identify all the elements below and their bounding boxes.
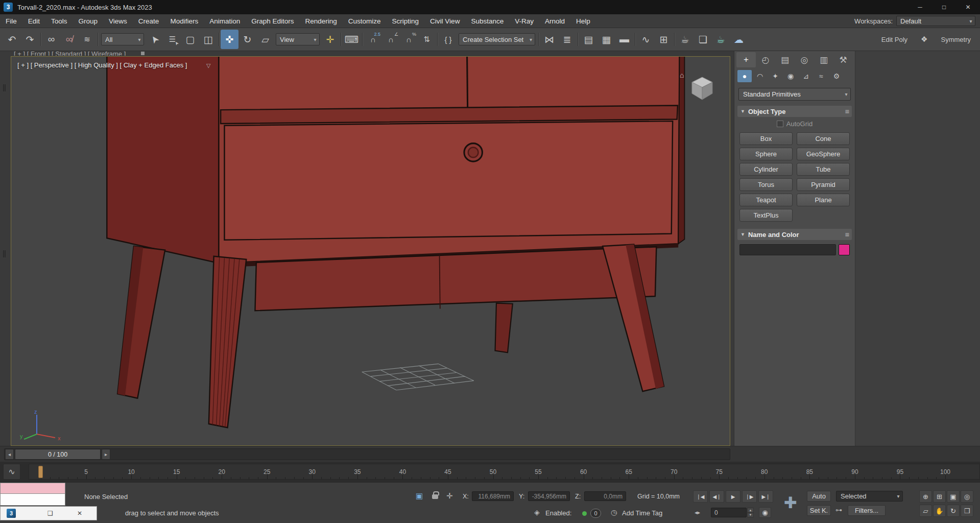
snap-toggle-button[interactable]: ∩2.5: [364, 30, 382, 49]
menu-animation[interactable]: Animation: [204, 14, 246, 28]
menu-help[interactable]: Help: [570, 14, 596, 28]
sphere-button[interactable]: Sphere: [739, 148, 793, 160]
previous-key-button[interactable]: ◀❘: [709, 490, 724, 503]
tab-motion[interactable]: ◎: [795, 52, 814, 67]
menu-group[interactable]: Group: [73, 14, 104, 28]
named-selection-sets-icon[interactable]: { }: [439, 30, 457, 49]
menu-substance[interactable]: Substance: [465, 14, 509, 28]
tab-create[interactable]: +: [736, 52, 756, 67]
selection-region-button[interactable]: ▢: [181, 30, 199, 49]
menu-views[interactable]: Views: [103, 14, 133, 28]
angle-snap-button[interactable]: ∩∠: [382, 30, 400, 49]
dock-grip[interactable]: [3, 84, 6, 91]
keyboard-override-button[interactable]: ⌨: [343, 30, 361, 49]
filter-icon[interactable]: ▽: [206, 62, 210, 69]
align-button[interactable]: ≣: [558, 30, 576, 49]
time-slider-track[interactable]: [4, 448, 730, 460]
mirror-button[interactable]: ⋈: [540, 30, 558, 49]
timeline-ruler[interactable]: [29, 464, 980, 480]
zoom-button[interactable]: ⊕: [919, 490, 932, 503]
viewcube[interactable]: ⌂: [680, 71, 721, 104]
frame-spinner[interactable]: ▲▼: [747, 508, 754, 517]
selection-set-dropdown[interactable]: Create Selection Set ▾: [459, 33, 535, 45]
render-cloud-button[interactable]: ☁: [730, 30, 748, 49]
key-mode-dropdown[interactable]: Selected ▾: [836, 491, 903, 502]
perspective-viewport[interactable]: [ + ] [ Perspective ] [ High Quality ] […: [11, 56, 730, 446]
redo-icon[interactable]: ↷: [21, 30, 39, 49]
maxscript-mini-listener[interactable]: [0, 494, 65, 506]
curve-editor-button[interactable]: ∿: [637, 30, 655, 49]
select-link-icon[interactable]: ∞: [42, 30, 60, 49]
select-move-button[interactable]: ✜: [221, 30, 238, 49]
rollout-handle-icon[interactable]: ▦: [845, 109, 849, 114]
tab-utilities[interactable]: ⚒: [833, 52, 853, 67]
z-coordinate-field[interactable]: 0,0mm: [584, 491, 626, 501]
x-coordinate-field[interactable]: 116,689mm: [472, 491, 514, 501]
select-rotate-button[interactable]: ↻: [238, 30, 256, 49]
cone-button[interactable]: Cone: [797, 132, 850, 145]
key-filters-button[interactable]: Filters...: [848, 505, 886, 516]
script-safety-icon[interactable]: ◈: [534, 508, 540, 516]
maxscript-mini-listener-macro[interactable]: [0, 483, 65, 494]
go-to-end-button[interactable]: ▶❘: [758, 490, 773, 503]
restore-window-icon[interactable]: ❑: [47, 510, 53, 517]
window-crossing-button[interactable]: ◫: [199, 30, 217, 49]
workspace-dropdown[interactable]: Default ▾: [896, 16, 975, 26]
viewcube-home-icon[interactable]: ⌂: [680, 71, 684, 79]
add-time-tag[interactable]: Add Time Tag: [622, 509, 662, 517]
tab-modify[interactable]: ◴: [756, 52, 775, 67]
reference-coordinate-dropdown[interactable]: View ▾: [276, 33, 320, 45]
transform-gizmo-icon[interactable]: ✛: [446, 491, 453, 501]
select-scale-button[interactable]: ▱: [256, 30, 274, 49]
viewcube-cube[interactable]: [686, 72, 720, 103]
pan-view-button[interactable]: ✋: [933, 505, 946, 517]
select-object-button[interactable]: ➤: [146, 30, 163, 49]
category-shapes-icon[interactable]: ◠: [753, 70, 767, 82]
menu-scripting[interactable]: Scripting: [387, 14, 425, 28]
modeling-icon[interactable]: ❖: [921, 30, 927, 49]
set-key-button[interactable]: Set K.: [807, 505, 831, 516]
category-helpers-icon[interactable]: ⊿: [799, 70, 813, 82]
menu-edit[interactable]: Edit: [22, 14, 45, 28]
frame-step-icons[interactable]: ◂▸: [695, 509, 700, 516]
menu-civil-view[interactable]: Civil View: [424, 14, 465, 28]
ribbon-toggle-button[interactable]: ▬: [615, 30, 633, 49]
pin-icon[interactable]: [141, 52, 145, 55]
category-systems-icon[interactable]: ⚙: [829, 70, 844, 82]
layer-explorer-button[interactable]: ▦: [597, 30, 615, 49]
rendered-frame-button[interactable]: ❏: [694, 30, 712, 49]
close-button[interactable]: ✕: [956, 0, 980, 14]
viewport-label[interactable]: [ + ] [ Perspective ] [ High Quality ] […: [17, 61, 187, 69]
isolate-selection-icon[interactable]: ▣: [416, 491, 423, 501]
select-manipulate-button[interactable]: ✛: [321, 30, 339, 49]
auto-key-button[interactable]: Auto: [807, 491, 831, 502]
object-type-rollout[interactable]: ▼ Object Type ▦: [737, 106, 852, 117]
edit-poly-label[interactable]: Edit Poly: [881, 36, 907, 43]
category-spacewarps-icon[interactable]: ≈: [814, 70, 828, 82]
name-color-rollout[interactable]: ▼ Name and Color ▦: [737, 229, 852, 240]
rollout-handle-icon[interactable]: ▦: [845, 232, 849, 237]
3dsmax-taskbar-icon[interactable]: 3: [7, 509, 16, 518]
textplus-button[interactable]: TextPlus: [739, 209, 793, 222]
torus-button[interactable]: Torus: [739, 178, 793, 191]
pyramid-button[interactable]: Pyramid: [797, 178, 850, 191]
zoom-region-button[interactable]: ▱: [919, 505, 932, 517]
y-coordinate-field[interactable]: -354,956mm: [528, 491, 570, 501]
selection-lock-icon[interactable]: [432, 494, 438, 499]
object-color-swatch[interactable]: [839, 244, 850, 255]
schematic-view-button[interactable]: ⊞: [655, 30, 673, 49]
render-production-button[interactable]: ☕: [712, 30, 730, 49]
close-window-icon[interactable]: ✕: [77, 510, 82, 517]
spinner-snap-button[interactable]: ⇅: [418, 30, 436, 49]
current-frame-field[interactable]: 0: [711, 508, 747, 517]
zoom-all-button[interactable]: ⊞: [933, 490, 946, 503]
play-button[interactable]: ▶: [726, 490, 740, 503]
zoom-extents-button[interactable]: ▣: [947, 490, 960, 503]
time-slider-handle[interactable]: 0 / 100: [15, 449, 101, 460]
bind-spacewarp-icon[interactable]: ≋: [78, 30, 96, 49]
render-setup-button[interactable]: ☕: [676, 30, 694, 49]
plane-button[interactable]: Plane: [797, 194, 850, 206]
dock-grip[interactable]: [3, 250, 6, 257]
mini-curve-editor-button[interactable]: ∿: [3, 464, 20, 480]
maximize-button[interactable]: □: [932, 0, 956, 14]
